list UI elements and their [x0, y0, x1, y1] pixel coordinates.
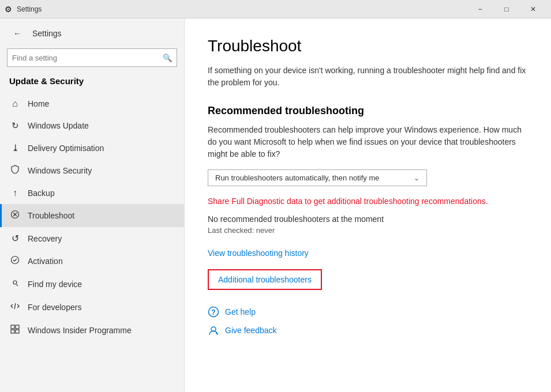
dropdown-value: Run troubleshooters automatically, then … — [215, 174, 379, 182]
page-title: Troubleshoot — [208, 37, 528, 55]
view-history-link[interactable]: View troubleshooting history — [208, 248, 528, 258]
last-checked-text: Last checked: never — [208, 226, 528, 235]
page-description: If something on your device isn't workin… — [208, 65, 528, 89]
home-icon: ⌂ — [9, 99, 21, 109]
sidebar-item-backup[interactable]: ↑ Backup — [0, 182, 184, 204]
sidebar-item-label: Find my device — [28, 280, 82, 289]
activation-icon — [9, 255, 21, 267]
sidebar-item-recovery[interactable]: ↺ Recovery — [0, 227, 184, 250]
troubleshoot-icon — [9, 210, 21, 221]
titlebar: ⚙ Settings − □ ✕ — [0, 0, 551, 18]
sidebar-item-label: Troubleshoot — [28, 211, 74, 220]
sidebar-item-activation[interactable]: Activation — [0, 250, 184, 273]
settings-icon: ⚙ — [5, 5, 12, 14]
svg-rect-8 — [16, 325, 19, 329]
sidebar-item-windows-insider[interactable]: Windows Insider Programme — [0, 319, 184, 342]
sidebar: ← Settings 🔍 Update & Security ⌂ Home ↻ … — [0, 18, 185, 392]
sidebar-item-find-my-device[interactable]: Find my device — [0, 273, 184, 296]
sidebar-item-label: Home — [28, 99, 49, 108]
recommended-title: Recommended troubleshooting — [208, 105, 528, 117]
titlebar-title: Settings — [17, 5, 42, 13]
content-area: Troubleshoot If something on your device… — [185, 18, 551, 392]
give-feedback-link[interactable]: Give feedback — [208, 325, 528, 336]
sidebar-item-home[interactable]: ⌂ Home — [0, 93, 184, 115]
sidebar-item-windows-update[interactable]: ↻ Windows Update — [0, 115, 184, 137]
security-icon — [9, 165, 21, 176]
sidebar-item-label: Delivery Optimisation — [28, 144, 104, 153]
recommended-description: Recommended troubleshooters can help imp… — [208, 124, 528, 160]
minimize-button[interactable]: − — [467, 0, 493, 18]
give-feedback-label: Give feedback — [225, 326, 277, 335]
get-help-icon: ? — [208, 306, 219, 318]
additional-troubleshooters-box: Additional troubleshooters — [208, 269, 322, 290]
search-input[interactable] — [8, 54, 158, 62]
sidebar-header: ← Settings — [0, 18, 184, 46]
find-device-icon — [9, 278, 21, 290]
insider-icon — [9, 325, 21, 336]
search-container: 🔍 — [7, 48, 177, 67]
sidebar-item-windows-security[interactable]: Windows Security — [0, 159, 184, 182]
no-recommended-text: No recommended troubleshooters at the mo… — [208, 214, 528, 224]
recovery-icon: ↺ — [9, 233, 21, 244]
developer-icon — [9, 301, 21, 313]
share-diagnostic-link[interactable]: Share Full Diagnostic data to get additi… — [208, 195, 528, 208]
sidebar-item-label: Windows Insider Programme — [28, 326, 132, 335]
sidebar-item-label: Backup — [28, 189, 55, 198]
backup-icon: ↑ — [9, 188, 21, 198]
section-label: Update & Security — [0, 74, 184, 93]
sidebar-item-delivery-optimisation[interactable]: ⤓ Delivery Optimisation — [0, 137, 184, 159]
windows-update-icon: ↻ — [9, 120, 21, 131]
main-layout: ← Settings 🔍 Update & Security ⌂ Home ↻ … — [0, 18, 551, 392]
chevron-down-icon: ⌄ — [414, 174, 419, 182]
close-button[interactable]: ✕ — [520, 0, 546, 18]
svg-point-3 — [12, 257, 19, 264]
svg-point-4 — [13, 281, 17, 284]
svg-rect-10 — [16, 330, 19, 333]
search-button[interactable]: 🔍 — [158, 48, 177, 67]
titlebar-left: ⚙ Settings — [5, 5, 42, 14]
svg-line-6 — [14, 303, 16, 309]
sidebar-item-label: Recovery — [28, 234, 62, 243]
dropdown-container: Run troubleshooters automatically, then … — [208, 169, 528, 186]
svg-line-5 — [17, 285, 18, 287]
titlebar-controls: − □ ✕ — [467, 0, 546, 18]
maximize-button[interactable]: □ — [493, 0, 520, 18]
svg-text:?: ? — [211, 308, 215, 316]
delivery-icon: ⤓ — [9, 142, 21, 153]
sidebar-app-title: Settings — [32, 29, 62, 38]
get-help-label: Get help — [225, 307, 256, 316]
svg-rect-7 — [11, 325, 14, 329]
get-help-link[interactable]: ? Get help — [208, 306, 528, 318]
sidebar-item-label: Windows Update — [28, 121, 89, 130]
sidebar-item-for-developers[interactable]: For developers — [0, 296, 184, 319]
sidebar-item-label: Windows Security — [28, 166, 92, 175]
sidebar-item-label: Activation — [28, 257, 63, 266]
troubleshoot-dropdown[interactable]: Run troubleshooters automatically, then … — [208, 169, 427, 186]
sidebar-item-label: For developers — [28, 303, 81, 312]
additional-troubleshooters-link[interactable]: Additional troubleshooters — [218, 275, 312, 284]
give-feedback-icon — [208, 325, 219, 336]
sidebar-item-troubleshoot[interactable]: Troubleshoot — [0, 204, 184, 227]
back-button[interactable]: ← — [9, 25, 25, 42]
svg-rect-9 — [11, 330, 14, 333]
